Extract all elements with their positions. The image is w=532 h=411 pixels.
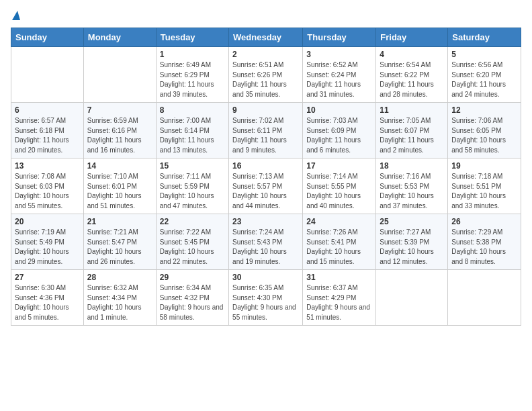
day-cell: 28Sunrise: 6:32 AMSunset: 4:34 PMDayligh… xyxy=(83,270,156,326)
day-number: 9 xyxy=(232,105,299,115)
day-info: Sunrise: 7:02 AMSunset: 6:11 PMDaylight:… xyxy=(232,116,299,155)
day-number: 24 xyxy=(306,217,372,226)
day-cell: 29Sunrise: 6:34 AMSunset: 4:32 PMDayligh… xyxy=(156,270,228,326)
day-number: 31 xyxy=(306,273,372,282)
day-info: Sunrise: 6:30 AMSunset: 4:36 PMDaylight:… xyxy=(15,283,80,322)
day-number: 3 xyxy=(306,50,372,59)
header-cell-monday: Monday xyxy=(83,28,156,47)
day-number: 28 xyxy=(87,273,152,282)
day-info: Sunrise: 7:14 AMSunset: 5:55 PMDaylight:… xyxy=(306,172,372,211)
day-cell: 11Sunrise: 7:05 AMSunset: 6:07 PMDayligh… xyxy=(376,103,448,158)
day-info: Sunrise: 7:08 AMSunset: 6:03 PMDaylight:… xyxy=(15,172,80,211)
day-cell: 19Sunrise: 7:18 AMSunset: 5:51 PMDayligh… xyxy=(448,158,521,214)
day-number: 15 xyxy=(160,161,225,171)
day-info: Sunrise: 7:22 AMSunset: 5:45 PMDaylight:… xyxy=(160,228,225,267)
day-info: Sunrise: 7:10 AMSunset: 6:01 PMDaylight:… xyxy=(87,172,152,211)
day-cell: 7Sunrise: 6:59 AMSunset: 6:16 PMDaylight… xyxy=(83,103,156,158)
day-info: Sunrise: 6:57 AMSunset: 6:18 PMDaylight:… xyxy=(15,116,80,155)
day-number: 19 xyxy=(451,161,517,171)
day-number: 20 xyxy=(15,217,80,226)
day-cell: 18Sunrise: 7:16 AMSunset: 5:53 PMDayligh… xyxy=(376,158,448,214)
day-info: Sunrise: 7:13 AMSunset: 5:57 PMDaylight:… xyxy=(232,172,299,211)
header-cell-thursday: Thursday xyxy=(303,28,376,47)
calendar-table: SundayMondayTuesdayWednesdayThursdayFrid… xyxy=(11,28,521,326)
day-info: Sunrise: 7:16 AMSunset: 5:53 PMDaylight:… xyxy=(380,172,444,211)
day-info: Sunrise: 7:03 AMSunset: 6:09 PMDaylight:… xyxy=(306,116,372,155)
day-info: Sunrise: 7:29 AMSunset: 5:38 PMDaylight:… xyxy=(451,228,517,267)
day-cell: 4Sunrise: 6:54 AMSunset: 6:22 PMDaylight… xyxy=(376,47,448,103)
header-cell-tuesday: Tuesday xyxy=(156,28,228,47)
day-cell xyxy=(376,270,448,326)
day-cell: 10Sunrise: 7:03 AMSunset: 6:09 PMDayligh… xyxy=(303,103,376,158)
header-cell-friday: Friday xyxy=(376,28,448,47)
day-info: Sunrise: 7:19 AMSunset: 5:49 PMDaylight:… xyxy=(15,228,80,267)
day-cell: 30Sunrise: 6:35 AMSunset: 4:30 PMDayligh… xyxy=(229,270,303,326)
day-cell: 17Sunrise: 7:14 AMSunset: 5:55 PMDayligh… xyxy=(303,158,376,214)
day-cell: 25Sunrise: 7:27 AMSunset: 5:39 PMDayligh… xyxy=(376,214,448,270)
week-row-2: 13Sunrise: 7:08 AMSunset: 6:03 PMDayligh… xyxy=(11,158,521,214)
day-cell: 31Sunrise: 6:37 AMSunset: 4:29 PMDayligh… xyxy=(303,270,376,326)
day-cell: 8Sunrise: 7:00 AMSunset: 6:14 PMDaylight… xyxy=(156,103,228,158)
day-cell xyxy=(448,270,521,326)
day-number: 21 xyxy=(87,217,152,226)
day-number: 8 xyxy=(160,105,225,115)
day-number: 1 xyxy=(160,50,225,59)
day-info: Sunrise: 7:24 AMSunset: 5:43 PMDaylight:… xyxy=(232,228,299,267)
day-number: 7 xyxy=(87,105,152,115)
day-number: 4 xyxy=(380,50,444,59)
day-info: Sunrise: 6:56 AMSunset: 6:20 PMDaylight:… xyxy=(451,60,517,99)
day-info: Sunrise: 6:54 AMSunset: 6:22 PMDaylight:… xyxy=(380,60,444,99)
week-row-4: 27Sunrise: 6:30 AMSunset: 4:36 PMDayligh… xyxy=(11,270,521,326)
calendar-header: SundayMondayTuesdayWednesdayThursdayFrid… xyxy=(11,28,521,47)
day-number: 26 xyxy=(451,217,517,226)
day-number: 5 xyxy=(451,50,517,59)
day-number: 27 xyxy=(15,273,80,282)
day-cell: 16Sunrise: 7:13 AMSunset: 5:57 PMDayligh… xyxy=(229,158,303,214)
day-number: 14 xyxy=(87,161,152,171)
day-info: Sunrise: 6:49 AMSunset: 6:29 PMDaylight:… xyxy=(160,60,225,99)
day-info: Sunrise: 7:11 AMSunset: 5:59 PMDaylight:… xyxy=(160,172,225,211)
day-number: 11 xyxy=(380,105,444,115)
day-number: 12 xyxy=(451,105,517,115)
day-number: 18 xyxy=(380,161,444,171)
day-cell: 12Sunrise: 7:06 AMSunset: 6:05 PMDayligh… xyxy=(448,103,521,158)
day-info: Sunrise: 7:18 AMSunset: 5:51 PMDaylight:… xyxy=(451,172,517,211)
day-cell: 13Sunrise: 7:08 AMSunset: 6:03 PMDayligh… xyxy=(11,158,84,214)
day-number: 17 xyxy=(306,161,372,171)
day-number: 25 xyxy=(380,217,444,226)
day-cell: 5Sunrise: 6:56 AMSunset: 6:20 PMDaylight… xyxy=(448,47,521,103)
day-info: Sunrise: 6:34 AMSunset: 4:32 PMDaylight:… xyxy=(160,283,225,322)
day-info: Sunrise: 7:06 AMSunset: 6:05 PMDaylight:… xyxy=(451,116,517,155)
day-info: Sunrise: 6:35 AMSunset: 4:30 PMDaylight:… xyxy=(232,283,299,322)
header-cell-wednesday: Wednesday xyxy=(229,28,303,47)
day-cell xyxy=(83,47,156,103)
day-cell: 14Sunrise: 7:10 AMSunset: 6:01 PMDayligh… xyxy=(83,158,156,214)
day-info: Sunrise: 6:59 AMSunset: 6:16 PMDaylight:… xyxy=(87,116,152,155)
day-info: Sunrise: 6:52 AMSunset: 6:24 PMDaylight:… xyxy=(306,60,372,99)
day-number: 10 xyxy=(306,105,372,115)
day-info: Sunrise: 7:21 AMSunset: 5:47 PMDaylight:… xyxy=(87,228,152,267)
day-number: 6 xyxy=(15,105,80,115)
day-cell: 22Sunrise: 7:22 AMSunset: 5:45 PMDayligh… xyxy=(156,214,228,270)
calendar-body: 1Sunrise: 6:49 AMSunset: 6:29 PMDaylight… xyxy=(11,47,521,326)
day-number: 30 xyxy=(232,273,299,282)
day-cell: 3Sunrise: 6:52 AMSunset: 6:24 PMDaylight… xyxy=(303,47,376,103)
day-info: Sunrise: 7:27 AMSunset: 5:39 PMDaylight:… xyxy=(380,228,444,267)
day-info: Sunrise: 7:26 AMSunset: 5:41 PMDaylight:… xyxy=(306,228,372,267)
day-number: 13 xyxy=(15,161,80,171)
day-info: Sunrise: 6:51 AMSunset: 6:26 PMDaylight:… xyxy=(232,60,299,99)
day-cell: 9Sunrise: 7:02 AMSunset: 6:11 PMDaylight… xyxy=(229,103,303,158)
day-number: 2 xyxy=(232,50,299,59)
week-row-3: 20Sunrise: 7:19 AMSunset: 5:49 PMDayligh… xyxy=(11,214,521,270)
day-info: Sunrise: 7:05 AMSunset: 6:07 PMDaylight:… xyxy=(380,116,444,155)
day-cell: 15Sunrise: 7:11 AMSunset: 5:59 PMDayligh… xyxy=(156,158,228,214)
day-cell: 1Sunrise: 6:49 AMSunset: 6:29 PMDaylight… xyxy=(156,47,228,103)
day-number: 22 xyxy=(160,217,225,226)
day-cell: 20Sunrise: 7:19 AMSunset: 5:49 PMDayligh… xyxy=(11,214,84,270)
day-cell xyxy=(11,47,84,103)
day-number: 29 xyxy=(160,273,225,282)
day-info: Sunrise: 6:32 AMSunset: 4:34 PMDaylight:… xyxy=(87,283,152,322)
day-cell: 27Sunrise: 6:30 AMSunset: 4:36 PMDayligh… xyxy=(11,270,84,326)
day-cell: 24Sunrise: 7:26 AMSunset: 5:41 PMDayligh… xyxy=(303,214,376,270)
day-cell: 21Sunrise: 7:21 AMSunset: 5:47 PMDayligh… xyxy=(83,214,156,270)
